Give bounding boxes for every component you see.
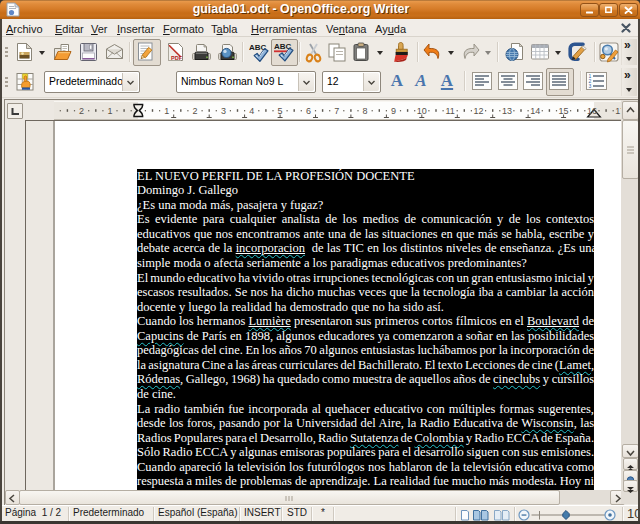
svg-text:8: 8 [363,106,368,116]
svg-text:7: 7 [334,106,339,116]
svg-text:6: 6 [306,106,311,116]
svg-text:13: 13 [502,106,512,116]
svg-text:3: 3 [221,106,226,116]
svg-text:14: 14 [530,106,540,116]
svg-text:1: 1 [164,106,169,116]
svg-text:PDF: PDF [171,55,183,61]
svg-text:2: 2 [79,106,84,116]
svg-text:9: 9 [391,106,396,116]
svg-text:4: 4 [249,106,254,116]
svg-text:3: 3 [589,83,592,89]
svg-text:16: 16 [587,106,597,116]
svg-text:2: 2 [192,106,197,116]
svg-text:11: 11 [446,106,455,116]
svg-text:1: 1 [107,106,112,116]
svg-text:12: 12 [473,106,483,116]
